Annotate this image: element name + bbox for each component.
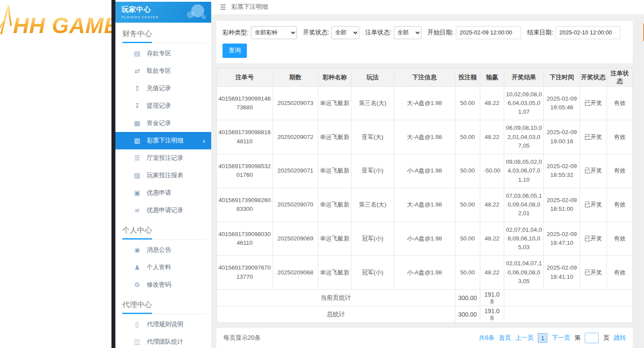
sidebar-item-label: 玩家投注报表 [147, 172, 183, 179]
sidebar-item-promo-apply[interactable]: ▣ 优惠申请 [115, 184, 211, 202]
jump-button[interactable]: 跳转 [614, 334, 626, 342]
end-date-input[interactable] [555, 26, 620, 39]
recharge-records-icon: ↥ [134, 84, 141, 92]
table-row: 40156917390976701377020250209068幸运飞艇新冠军(… [217, 256, 633, 290]
cell-bet-amount: 50.00 [455, 86, 480, 120]
sidebar-item-label: 消息公告 [147, 246, 171, 254]
summary-row-current-page: 当前页统计 300.00 191.08 [217, 290, 633, 306]
sidebar-item-promo-apply-records[interactable]: ≡ 优惠申请记录 [115, 202, 211, 219]
cell-win-loss: 48.22 [480, 256, 504, 290]
sidebar-item-announcements[interactable]: ◉ 消息公告 [115, 241, 211, 259]
col-header-bet-amount: 投注额 [455, 68, 480, 86]
sidebar-item-label: 代理规则说明 [147, 321, 183, 328]
sidebar-item-recharge-records[interactable]: ↥ 充值记录 [115, 80, 211, 97]
col-header-win-loss: 输赢 [480, 68, 504, 86]
cell-bet-status: 有效 [607, 188, 633, 222]
cell-bet-info: 小-A盘@1.98 [394, 222, 455, 256]
current-page-indicator[interactable]: 1 [538, 333, 547, 343]
brand-area: HH GAME [0, 0, 111, 348]
cell-win-loss: -50.00 [480, 154, 504, 188]
main-content: ☰ 彩票下注明细 彩种类型: 全部彩种 开奖状态: 全部 [211, 0, 644, 348]
col-header-bet-info: 下注信息 [394, 68, 455, 86]
summary-row-grand-total: 总统计 300.00 191.08 [217, 306, 633, 323]
agent-rules-icon: ▯ [134, 321, 141, 328]
cell-bet-time: 2025-02-09 18:55:32 [544, 154, 580, 188]
cell-bet-no: 401569173909767013770 [217, 256, 273, 290]
cell-draw-result: 02,07,01,04,08,09,06,10,05,03 [504, 222, 544, 256]
next-page-link[interactable]: 下一页 [552, 334, 570, 342]
cell-lottery-name: 幸运飞艇新 [318, 120, 351, 154]
funds-records-icon: ▦ [134, 119, 141, 127]
col-header-play: 玩法 [351, 68, 394, 86]
profile-icon: ♟ [134, 264, 141, 271]
cell-draw-result: 10,02,09,08,06,04,03,05,01,07 [504, 86, 544, 120]
total-count-text: 共6条 [479, 334, 495, 342]
col-header-bet-no: 注单号 [217, 68, 273, 86]
cell-period: 20250209071 [273, 154, 318, 188]
withdraw-icon: ⇄ [134, 67, 141, 75]
col-header-lottery-name: 彩种名称 [318, 68, 351, 86]
sidebar-item-label: 彩票下注明细 [147, 137, 183, 145]
table-header-row: 注单号 期数 彩种名称 玩法 下注信息 投注额 输赢 开奖结果 下注时间 开奖状… [217, 68, 633, 86]
page-jump-input[interactable] [585, 333, 599, 343]
sidebar-item-label: 充值记录 [147, 84, 171, 92]
cell-play: 第三名(大) [351, 188, 394, 222]
cell-period: 20250209068 [273, 256, 318, 290]
bet-table-panel: 注单号 期数 彩种名称 玩法 下注信息 投注额 输赢 开奖结果 下注时间 开奖状… [216, 68, 633, 323]
sidebar-item-deposit[interactable]: ▤ 存款专区 [115, 45, 211, 62]
table-row: 40156917390985320176020250209071幸运飞艇新亚军(… [217, 154, 633, 188]
col-header-bet-status: 注单状态 [607, 68, 633, 86]
sidebar-item-funds-records[interactable]: ▦ 资金记录 [115, 115, 211, 132]
menu-toggle-icon[interactable]: ☰ [220, 3, 226, 11]
sidebar-item-withdrawal-records[interactable]: ↧ 提现记录 [115, 97, 211, 115]
cell-lottery-name: 幸运飞艇新 [318, 154, 351, 188]
promo-apply-icon: ▣ [134, 189, 141, 197]
first-page-link[interactable]: 首页 [499, 334, 511, 342]
sidebar-item-profile[interactable]: ♟ 个人资料 [115, 259, 211, 276]
sidebar-item-change-password[interactable]: ⚙ 修改密码 [115, 276, 211, 294]
cell-bet-status: 有效 [607, 222, 633, 256]
bet-table: 注单号 期数 彩种名称 玩法 下注信息 投注额 输赢 开奖结果 下注时间 开奖状… [216, 68, 633, 323]
cell-play: 冠军(小) [351, 222, 394, 256]
withdrawal-records-icon: ↧ [134, 102, 141, 110]
query-button[interactable]: 查询 [223, 44, 247, 58]
summary-bet-total: 300.00 [455, 306, 480, 323]
sidebar-item-agent-team-stats[interactable]: ◫ 代理团队统计 [115, 333, 211, 348]
cell-win-loss: 48.22 [480, 120, 504, 154]
cell-period: 20250209069 [273, 222, 318, 256]
sidebar-item-hall-bet-records[interactable]: ☰ 厅室投注记录 [115, 149, 211, 167]
sidebar-item-label: 代理团队统计 [147, 338, 183, 346]
summary-label: 总统计 [217, 306, 455, 323]
cell-bet-status: 有效 [607, 120, 633, 154]
cell-bet-status: 有效 [607, 154, 633, 188]
section-title-finance: 财务中心 [122, 29, 206, 43]
sidebar-item-agent-rules[interactable]: ▯ 代理规则说明 [115, 316, 211, 333]
content-area: 彩种类型: 全部彩种 开奖状态: 全部 注单状态: [211, 15, 644, 348]
cell-period: 20250209070 [273, 188, 318, 222]
bet-table-body: 40156917390991467368020250209073幸运飞艇新第三名… [217, 86, 633, 290]
promo-apply-records-icon: ≡ [134, 206, 141, 214]
sidebar-item-player-bet-report[interactable]: ▨ 玩家投注报表 [115, 167, 211, 184]
cell-draw-status: 已开奖 [580, 120, 607, 154]
cell-bet-no: 401569173909853201760 [217, 154, 273, 188]
bet-status-select[interactable]: 全部 [394, 26, 421, 39]
lottery-type-select[interactable]: 全部彩种 [251, 26, 297, 39]
sidebar-item-withdraw[interactable]: ⇄ 取款专区 [115, 62, 211, 80]
page-title: 彩票下注明细 [231, 3, 268, 11]
lottery-bet-details-icon: ▥ [134, 137, 141, 145]
players-center-title: 玩家中心 [121, 5, 158, 14]
start-date-input[interactable] [456, 26, 521, 39]
cell-bet-time: 2025-02-09 19:00:16 [544, 120, 580, 154]
sidebar-item-lottery-bet-details[interactable]: ▥ 彩票下注明细 › [115, 132, 211, 149]
cell-win-loss: 48.22 [480, 222, 504, 256]
prev-page-link[interactable]: 上一页 [515, 334, 533, 342]
cell-period: 20250209072 [273, 120, 318, 154]
cell-lottery-name: 幸运飞艇新 [318, 86, 351, 120]
draw-status-select[interactable]: 全部 [331, 26, 359, 39]
deposit-icon: ▤ [134, 50, 141, 57]
col-header-draw-status: 开奖状态 [580, 68, 607, 86]
page-divider-strip [111, 0, 115, 348]
cell-win-loss: 48.22 [480, 188, 504, 222]
cell-play: 亚军(小) [351, 154, 394, 188]
start-date-label: 开始日期: [428, 29, 454, 37]
